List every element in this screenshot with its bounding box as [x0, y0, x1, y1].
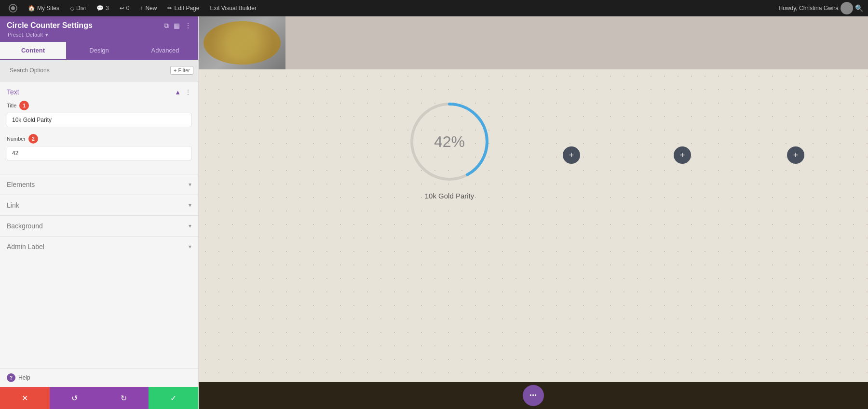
title-field-label: Title 1 — [7, 101, 191, 110]
reply-item[interactable]: ↩ 0 — [116, 0, 134, 16]
text-options-icon[interactable]: ⋮ — [185, 88, 191, 96]
divi-label: Divi — [76, 5, 86, 12]
redo-button[interactable]: ↻ — [99, 387, 149, 409]
preset-row[interactable]: Preset: Default ▾ — [7, 32, 191, 38]
canvas-top-strip — [199, 16, 868, 69]
tab-advanced[interactable]: Advanced — [132, 42, 198, 60]
panel-help[interactable]: ? Help — [0, 368, 198, 387]
user-greeting: Howdy, Christina Gwira — [779, 5, 839, 12]
comments-icon: 💬 — [96, 5, 104, 12]
background-chevron-icon[interactable]: ▾ — [189, 223, 191, 229]
my-sites-label: My Sites — [37, 5, 59, 12]
windowed-icon[interactable]: ⧉ — [164, 22, 169, 30]
link-section-title: Link — [7, 201, 19, 209]
panel-title-icons: ⧉ ▦ ⋮ — [164, 22, 191, 30]
undo-icon: ↺ — [71, 394, 78, 403]
number-field-label: Number 2 — [7, 134, 191, 144]
elements-section-header[interactable]: Elements ▾ — [0, 174, 198, 195]
link-section: Link ▾ — [0, 195, 198, 215]
canvas-bottom-bar — [199, 382, 868, 409]
number-label-text: Number — [7, 136, 26, 142]
circle-ring-container: 42% — [406, 98, 493, 185]
circle-counter-widget: 42% 10k Gold Parity — [406, 98, 493, 200]
wordpress-icon — [9, 4, 17, 13]
admin-bar-right: Howdy, Christina Gwira 🔍 — [779, 2, 863, 14]
divi-item[interactable]: ◇ Divi — [66, 0, 90, 16]
edit-page-item[interactable]: ✏ Edit Page — [163, 0, 203, 16]
reply-icon: ↩ — [120, 5, 124, 12]
admin-label-section-header[interactable]: Admin Label ▾ — [0, 237, 198, 257]
canvas-area: 42% 10k Gold Parity + + + + — [199, 16, 868, 409]
admin-bar-left: 🏠 My Sites ◇ Divi 💬 3 ↩ 0 + New ✏ Edit P… — [5, 0, 779, 16]
elements-chevron-icon[interactable]: ▾ — [189, 181, 191, 188]
edit-icon: ✏ — [167, 5, 172, 12]
admin-label-chevron-icon[interactable]: ▾ — [189, 243, 191, 250]
edit-page-label: Edit Page — [174, 5, 199, 12]
title-input[interactable] — [7, 113, 191, 127]
canvas-plus-button-2[interactable]: + — [674, 146, 691, 164]
tab-design[interactable]: Design — [66, 42, 132, 60]
help-icon: ? — [7, 373, 15, 382]
home-icon: 🏠 — [28, 5, 35, 12]
undo-button[interactable]: ↺ — [50, 387, 99, 409]
help-label: Help — [18, 374, 30, 381]
text-chevron-up-icon[interactable]: ▲ — [175, 89, 181, 96]
background-section-title: Background — [7, 222, 43, 230]
panel-search-bar: + Filter — [0, 60, 198, 81]
canvas-plus-button-3[interactable]: + — [787, 146, 804, 164]
avatar — [841, 2, 853, 14]
elements-section: Elements ▾ — [0, 174, 198, 195]
preset-arrow: ▾ — [45, 32, 48, 38]
number-step-badge: 2 — [28, 134, 38, 144]
preset-label: Preset: Default — [8, 32, 43, 38]
tab-content[interactable]: Content — [0, 42, 66, 60]
circle-label: 10k Gold Parity — [425, 192, 475, 200]
text-section: Text ▲ ⋮ Title 1 — [0, 81, 198, 174]
save-button[interactable]: ✓ — [149, 387, 198, 409]
panel-title-row: Circle Counter Settings ⧉ ▦ ⋮ — [7, 21, 191, 30]
search-input[interactable] — [5, 64, 167, 77]
my-sites-item[interactable]: 🏠 My Sites — [24, 0, 63, 16]
link-chevron-icon[interactable]: ▾ — [189, 202, 191, 209]
link-section-header[interactable]: Link ▾ — [0, 195, 198, 215]
floating-dots-button[interactable] — [523, 385, 544, 406]
redo-icon: ↻ — [121, 394, 127, 403]
new-label: New — [145, 5, 157, 12]
panel-tabs: Content Design Advanced — [0, 42, 198, 60]
comments-count: 3 — [106, 5, 109, 12]
plus-icon: + — [140, 5, 143, 12]
panel-title: Circle Counter Settings — [7, 21, 93, 30]
filter-label: + Filter — [174, 67, 190, 73]
filter-button[interactable]: + Filter — [170, 66, 193, 75]
save-icon: ✓ — [170, 394, 176, 403]
admin-label-section-title: Admin Label — [7, 243, 44, 251]
number-field-row: Number 2 — [7, 134, 191, 160]
cancel-icon: ✕ — [22, 394, 28, 403]
background-section: Background ▾ — [0, 215, 198, 236]
more-options-icon[interactable]: ⋮ — [185, 22, 191, 30]
admin-bar: 🏠 My Sites ◇ Divi 💬 3 ↩ 0 + New ✏ Edit P… — [0, 0, 868, 16]
exit-builder-item[interactable]: Exit Visual Builder — [206, 0, 260, 16]
cancel-button[interactable]: ✕ — [0, 387, 50, 409]
main-layout: Circle Counter Settings ⧉ ▦ ⋮ Preset: De… — [0, 16, 868, 409]
circle-percent-value: 42% — [406, 98, 493, 185]
columns-icon[interactable]: ▦ — [174, 22, 180, 30]
number-input[interactable] — [7, 146, 191, 160]
search-icon[interactable]: 🔍 — [855, 4, 863, 12]
wp-logo-item[interactable] — [5, 0, 21, 16]
text-section-title: Text — [7, 88, 19, 96]
exit-builder-label: Exit Visual Builder — [210, 5, 257, 12]
new-item[interactable]: + New — [136, 0, 161, 16]
text-section-body: Title 1 Number 2 — [0, 100, 198, 174]
panel-content: Text ▲ ⋮ Title 1 — [0, 81, 198, 368]
settings-panel: Circle Counter Settings ⧉ ▦ ⋮ Preset: De… — [0, 16, 199, 409]
text-section-header[interactable]: Text ▲ ⋮ — [0, 81, 198, 100]
reply-count: 0 — [126, 5, 130, 12]
canvas-plus-button-1[interactable]: + — [563, 146, 580, 164]
title-label-text: Title — [7, 103, 16, 108]
bottom-action-bar: ✕ ↺ ↻ ✓ — [0, 387, 198, 409]
canvas-main: 42% 10k Gold Parity + + + + — [199, 69, 868, 382]
text-section-controls: ▲ ⋮ — [175, 88, 191, 96]
comments-item[interactable]: 💬 3 — [93, 0, 113, 16]
background-section-header[interactable]: Background ▾ — [0, 216, 198, 236]
